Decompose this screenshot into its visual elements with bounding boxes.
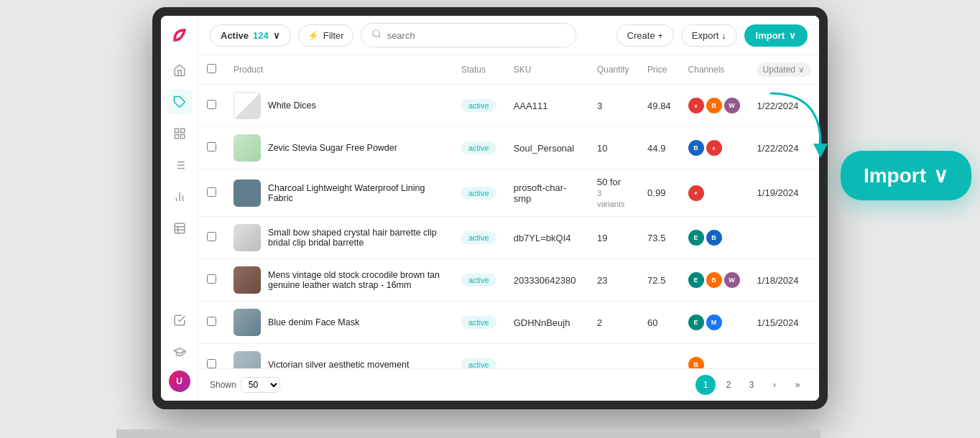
product-thumbnail xyxy=(234,134,261,162)
row-checkbox[interactable] xyxy=(207,359,216,368)
status-cell: active xyxy=(453,344,505,369)
channels-cell: EBW xyxy=(680,259,749,302)
product-thumbnail xyxy=(234,180,261,207)
channels-cell: eBW xyxy=(680,85,749,127)
row-checkbox[interactable] xyxy=(207,142,216,152)
table-row[interactable]: Charcoal Lightweight Waterproof Lining F… xyxy=(198,169,819,217)
product-cell: Mens vintage old stock crocodile brown t… xyxy=(225,259,453,302)
channel-icon-ebay: e xyxy=(688,98,704,113)
app-logo[interactable] xyxy=(169,24,190,46)
page-3-button[interactable]: 3 xyxy=(741,375,762,395)
svg-rect-3 xyxy=(180,129,184,132)
channel-icon-orange: B xyxy=(688,357,704,368)
svg-line-20 xyxy=(378,36,380,38)
product-name: White Dices xyxy=(268,101,316,111)
quantity-cell: 50 for3 variants xyxy=(597,177,625,209)
toolbar: Active 124 ∨ ⚡ Filter xyxy=(198,16,819,55)
sidebar-item-products[interactable] xyxy=(167,89,193,115)
active-filter-button[interactable]: Active 124 ∨ xyxy=(210,24,291,47)
import-overlay-button[interactable]: Import ∨ xyxy=(841,151,971,200)
products-table-container: Product Status SKU Quantity Price Channe… xyxy=(198,55,819,368)
sku-cell: AAA111 xyxy=(505,85,588,127)
col-status: Status xyxy=(453,55,505,85)
export-button[interactable]: Export ↓ xyxy=(681,24,737,47)
filter-label: Filter xyxy=(323,30,344,41)
row-checkbox[interactable] xyxy=(207,187,216,197)
page-2-button[interactable]: 2 xyxy=(718,375,739,395)
price-cell: 44.9 xyxy=(639,127,680,169)
sidebar-item-home[interactable] xyxy=(167,57,193,83)
sidebar-item-grid[interactable] xyxy=(167,121,193,146)
quantity-td: 3 xyxy=(588,85,639,127)
product-name: Mens vintage old stock crocodile brown t… xyxy=(268,270,444,290)
product-name: Small bow shaped crystal hair barrette c… xyxy=(268,228,444,248)
row-checkbox-cell[interactable] xyxy=(198,127,225,169)
quantity-td: 19 xyxy=(588,217,639,259)
col-sku: SKU xyxy=(505,55,588,85)
row-checkbox-cell[interactable] xyxy=(198,85,225,127)
filter-icon: ⚡ xyxy=(308,30,319,41)
import-overlay-label: Import xyxy=(864,164,926,187)
channels-cell: e xyxy=(680,169,749,217)
sidebar: U xyxy=(161,16,198,401)
channel-icon-orange: B xyxy=(706,272,722,288)
table-row[interactable]: Small bow shaped crystal hair barrette c… xyxy=(198,217,819,259)
quantity-td: 23 xyxy=(588,259,639,302)
sidebar-item-checklist[interactable] xyxy=(167,307,193,333)
row-checkbox-cell[interactable] xyxy=(198,169,225,217)
sidebar-item-analytics[interactable] xyxy=(167,184,193,210)
updated-cell xyxy=(749,344,819,369)
search-box[interactable] xyxy=(361,23,576,47)
active-count: 124 xyxy=(253,30,269,41)
user-avatar[interactable]: U xyxy=(169,371,190,392)
sidebar-item-table[interactable] xyxy=(167,215,193,241)
active-label: Active xyxy=(221,30,249,41)
table-row[interactable]: Mens vintage old stock crocodile brown t… xyxy=(198,259,819,302)
row-checkbox[interactable] xyxy=(207,317,216,326)
channels-cell: B xyxy=(680,344,749,369)
table-row[interactable]: Blue denim Face Mask active GDHNnBeujh 2… xyxy=(198,302,819,344)
table-row[interactable]: White Dices active AAA111 3 49.84 eBW 1/… xyxy=(198,85,819,127)
row-checkbox[interactable] xyxy=(207,274,216,284)
updated-cell: 1/15/2024 xyxy=(749,302,819,344)
status-cell: active xyxy=(453,259,505,302)
svg-rect-4 xyxy=(175,135,178,139)
filter-button[interactable]: ⚡ Filter xyxy=(298,24,353,47)
price-cell: 72.5 xyxy=(639,259,680,302)
sku-cell: db7YL=bkQI4 xyxy=(505,217,588,259)
col-price: Price xyxy=(639,55,680,85)
create-button[interactable]: Create + xyxy=(616,24,674,47)
products-table: Product Status SKU Quantity Price Channe… xyxy=(198,55,819,368)
sidebar-item-learn[interactable] xyxy=(167,339,193,365)
table-row[interactable]: Zevic Stevia Sugar Free Powder active So… xyxy=(198,127,819,169)
price-cell xyxy=(639,344,680,369)
channels-cell: Be xyxy=(680,127,749,169)
row-checkbox[interactable] xyxy=(207,100,216,109)
product-thumbnail xyxy=(234,309,261,336)
row-checkbox-cell[interactable] xyxy=(198,259,225,302)
row-checkbox-cell[interactable] xyxy=(198,344,225,369)
sku-cell xyxy=(505,344,588,369)
page-1-button[interactable]: 1 xyxy=(695,375,716,395)
shown-select[interactable]: 50 25 100 xyxy=(241,377,280,393)
status-badge: active xyxy=(461,99,496,112)
row-checkbox-cell[interactable] xyxy=(198,302,225,344)
shown-control: Shown 50 25 100 xyxy=(210,377,280,393)
channel-icon-orange: B xyxy=(706,98,722,113)
select-all-checkbox[interactable] xyxy=(207,64,216,73)
product-cell: White Dices xyxy=(225,85,453,127)
page-last-button[interactable]: » xyxy=(787,375,808,395)
product-thumbnail xyxy=(234,266,261,294)
product-thumbnail xyxy=(234,224,261,251)
table-row[interactable]: Victorian silver aesthetic movement acti… xyxy=(198,344,819,369)
page-next-button[interactable]: › xyxy=(764,375,785,395)
updated-cell xyxy=(749,217,819,259)
import-chevron-icon: ∨ xyxy=(789,30,796,41)
import-button[interactable]: Import ∨ xyxy=(744,24,808,47)
row-checkbox[interactable] xyxy=(207,232,216,241)
sidebar-item-list[interactable] xyxy=(167,152,193,178)
row-checkbox-cell[interactable] xyxy=(198,217,225,259)
status-badge: active xyxy=(461,187,496,200)
search-input[interactable] xyxy=(387,30,565,41)
status-badge: active xyxy=(461,358,496,368)
